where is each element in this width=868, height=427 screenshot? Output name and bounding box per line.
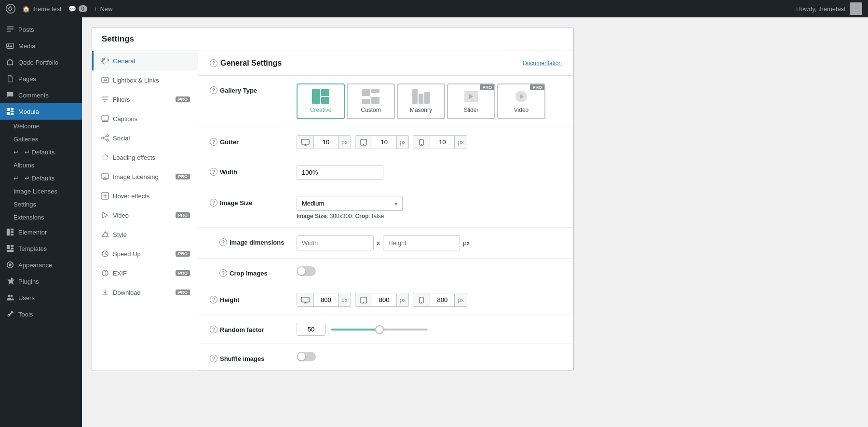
sidebar-item-modula[interactable]: Modula: [0, 103, 82, 120]
slider-thumb[interactable]: [375, 325, 384, 334]
sidebar-sub-label-defaults2: ↵ Defaults: [25, 175, 54, 182]
gallery-type-help[interactable]: ?: [210, 86, 217, 94]
image-dimensions-row: ? Image dimensions x px: [198, 228, 573, 259]
site-name: theme test: [32, 5, 62, 13]
sidebar-label-pages: Pages: [18, 75, 36, 83]
sidebar-sub-extensions[interactable]: Extensions: [0, 211, 82, 224]
gallery-type-video[interactable]: PRO Video: [497, 83, 545, 119]
shuffle-images-help[interactable]: ?: [210, 355, 217, 362]
sidebar-item-plugins[interactable]: Plugins: [0, 273, 82, 289]
nav-item-loading-effects[interactable]: Loading effects: [92, 148, 198, 167]
nav-item-captions[interactable]: Captions: [92, 109, 198, 128]
sidebar-sub-settings[interactable]: Settings: [0, 198, 82, 211]
nav-label-speed: Speed Up: [113, 250, 141, 258]
gutter-tablet-field[interactable]: [372, 136, 396, 149]
gallery-type-creative[interactable]: Creative: [297, 83, 345, 119]
slider-icon: [462, 89, 480, 104]
random-factor-value[interactable]: [297, 323, 326, 336]
svg-point-25: [102, 137, 104, 139]
svg-rect-14: [7, 245, 10, 249]
section-title-wrap: ? General Settings: [210, 59, 282, 68]
wp-logo-item[interactable]: [6, 4, 15, 14]
shuffle-images-toggle[interactable]: [297, 352, 316, 361]
nav-item-hover-effects[interactable]: Hover effects: [92, 186, 198, 206]
sidebar-item-tools[interactable]: Tools: [0, 306, 82, 322]
random-factor-help[interactable]: ?: [210, 326, 217, 333]
comments-item[interactable]: 💬 0: [68, 5, 87, 13]
new-item[interactable]: + New: [94, 5, 113, 13]
sidebar-sub-welcome[interactable]: Welcome: [0, 120, 82, 133]
nav-item-video[interactable]: Video PRO: [92, 206, 198, 225]
nav-item-filters[interactable]: Filters PRO: [92, 90, 198, 109]
width-help[interactable]: ?: [210, 168, 217, 176]
sidebar-item-users[interactable]: Users: [0, 289, 82, 306]
documentation-link[interactable]: Documentation: [523, 60, 562, 67]
crop-images-toggle[interactable]: [297, 266, 316, 276]
svg-point-20: [11, 295, 13, 297]
nav-item-speed-up[interactable]: Speed Up PRO: [92, 244, 198, 263]
nav-item-image-licensing[interactable]: Image Licensing PRO: [92, 167, 198, 186]
sidebar-sub-image-licenses[interactable]: Image Licenses: [0, 185, 82, 198]
gutter-help[interactable]: ?: [210, 138, 217, 146]
speed-icon: [101, 250, 109, 258]
sidebar-item-templates[interactable]: Templates: [0, 240, 82, 257]
toggle-knob: [298, 267, 305, 275]
gallery-type-custom[interactable]: Custom: [347, 83, 395, 119]
nav-item-exif[interactable]: EXIF PRO: [92, 263, 198, 283]
height-desktop-field[interactable]: [314, 293, 338, 306]
gutter-desktop-unit: px: [338, 136, 351, 149]
gutter-mobile-field[interactable]: [430, 136, 454, 149]
gutter-desktop-field[interactable]: [314, 136, 338, 149]
height-control: px px: [297, 293, 562, 307]
gallery-type-slider[interactable]: PRO Slider: [447, 83, 495, 119]
image-dimensions-help[interactable]: ?: [219, 238, 227, 246]
sidebar-item-elementor[interactable]: Elementor: [0, 224, 82, 240]
gutter-control: px px: [297, 135, 562, 149]
sidebar-item-appearance[interactable]: Appearance: [0, 257, 82, 273]
svg-rect-16: [7, 250, 14, 252]
dimensions-height-field[interactable]: [383, 235, 460, 250]
nav-item-download[interactable]: Download PRO: [92, 283, 198, 302]
slider-track[interactable]: [331, 329, 428, 331]
crop-images-help[interactable]: ?: [219, 269, 227, 277]
width-field[interactable]: [297, 165, 383, 180]
lightbox-icon: [101, 76, 109, 84]
height-tablet-field[interactable]: [372, 293, 396, 306]
svg-rect-0: [7, 27, 14, 28]
gallery-type-masonry[interactable]: Masonry: [397, 83, 445, 119]
sidebar-sub-galleries[interactable]: Galleries: [0, 133, 82, 146]
height-help[interactable]: ?: [210, 296, 217, 303]
sidebar-item-pages[interactable]: Pages: [0, 70, 82, 87]
image-size-select[interactable]: Medium Thumbnail Large Full: [297, 196, 403, 211]
elementor-icon: [6, 228, 14, 236]
sidebar-label-modula: Modula: [18, 108, 39, 115]
sidebar-sub-label-image-licenses: Image Licenses: [14, 188, 57, 195]
sidebar-sub-defaults2[interactable]: ↵ ↵ Defaults: [0, 172, 82, 185]
dimensions-width-field[interactable]: [297, 235, 374, 250]
nav-item-social[interactable]: Social: [92, 128, 198, 148]
nav-item-general[interactable]: General: [92, 51, 198, 70]
sidebar-item-posts[interactable]: Posts: [0, 21, 82, 38]
height-mobile-field[interactable]: [430, 293, 454, 306]
masonry-icon: [412, 89, 430, 104]
sidebar-item-media[interactable]: Media: [0, 38, 82, 54]
mobile-icon: [417, 139, 426, 146]
nav-item-lightbox[interactable]: Lightbox & Links: [92, 70, 198, 90]
section-help-icon[interactable]: ?: [210, 59, 217, 67]
sidebar-item-comments[interactable]: Comments: [0, 87, 82, 103]
image-size-help[interactable]: ?: [210, 199, 217, 207]
height-mobile-input: px: [413, 293, 467, 307]
sidebar-item-qode[interactable]: Qode Portfolio: [0, 54, 82, 70]
height-row: ? Height px: [198, 285, 573, 315]
sidebar-sub-albums[interactable]: Albums: [0, 159, 82, 172]
width-label: ? Width: [210, 165, 287, 176]
image-size-select-wrap: Medium Thumbnail Large Full ▾: [297, 196, 403, 211]
sidebar-label-comments: Comments: [18, 92, 49, 99]
nav-item-style[interactable]: Style: [92, 225, 198, 244]
width-row: ? Width: [198, 157, 573, 188]
sidebar-sub-defaults[interactable]: ↵ ↵ Defaults: [0, 146, 82, 159]
site-name-item[interactable]: 🏠 theme test: [22, 5, 62, 13]
admin-bar-left: 🏠 theme test 💬 0 + New: [6, 4, 112, 14]
sidebar-label-qode: Qode Portfolio: [18, 59, 58, 66]
gutter-mobile-unit: px: [454, 136, 467, 149]
